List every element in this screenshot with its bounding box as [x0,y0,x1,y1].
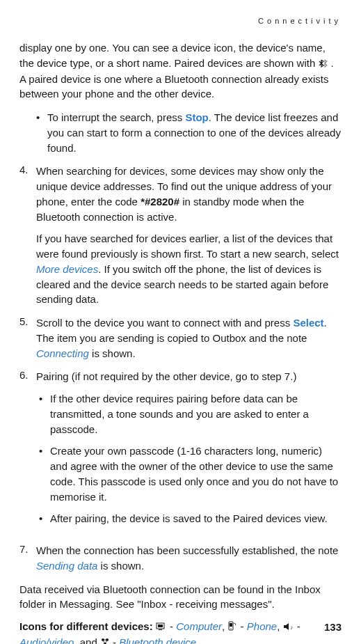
svg-rect-2 [159,629,162,630]
step-content: Scroll to the device you want to connect… [36,315,342,361]
phone-icon [227,620,237,635]
svg-point-5 [231,629,232,630]
step-content: When searching for devices, some devices… [36,164,342,307]
step6-text: Pairing (if not required by the other de… [36,369,342,384]
page-number: 133 [324,621,342,633]
bullet1-text-a: To interrupt the search, press [47,111,185,123]
select-action-label: Select [293,317,323,329]
stop-action-label: Stop [185,111,208,123]
computer-label: Computer [176,620,222,632]
connecting-label: Connecting [36,347,89,359]
step-number: 5. [19,315,36,361]
footer-paragraph-1: Data received via Bluetooth connection c… [19,582,342,613]
computer-icon [156,620,167,635]
list-item: To interrupt the search, press Stop. The… [36,110,342,155]
dash: - [237,620,246,632]
dash: - [110,636,119,644]
period: . [196,636,199,644]
step7-text-b: is shown. [97,560,144,572]
step-7: 7. When the connection has been successf… [19,543,342,574]
intro-bullet-list: To interrupt the search, press Stop. The… [19,110,342,155]
bluetooth-device-label: Bluetooth device [119,636,196,644]
step5-text-c: is shown. [89,347,136,359]
icons-legend: Icons for different devices: - Computer,… [19,619,342,644]
step-number: 7. [19,543,36,574]
step4-code: *#2820# [141,196,179,207]
dash: - [167,620,176,632]
step-number: 4. [19,164,36,307]
step4-p2-a: If you have searched for devices earlier… [36,233,339,260]
step-number: 6. [19,369,36,535]
sending-data-label: Sending data [36,560,97,572]
step-content: Pairing (if not required by the other de… [36,369,342,535]
step-5: 5. Scroll to the device you want to conn… [19,315,342,361]
intro-text-a: display one by one. You can see a device… [19,42,326,69]
dash: - [294,620,300,632]
and-text: , and [74,636,100,644]
intro-paragraph: display one by one. You can see a device… [19,40,342,102]
more-devices-label: More devices [36,263,98,275]
icons-label: Icons for different devices: [19,620,153,632]
step-content: When the connection has been successfull… [36,543,342,574]
phone-label: Phone [247,620,277,632]
bluetooth-device-icon [100,636,110,644]
svg-rect-4 [230,623,232,627]
svg-text:♪: ♪ [290,625,293,631]
page-header-title: Connectivity [19,17,342,25]
list-item: If the other device requires pairing bef… [39,391,342,437]
svg-rect-1 [158,625,163,627]
step-6: 6. Pairing (if not required by the other… [19,369,342,535]
comma: , [222,620,227,632]
step-4: 4. When searching for devices, some devi… [19,164,342,307]
step7-text-a: When the connection has been successfull… [36,544,338,556]
audio-video-icon: ♪ [283,620,294,635]
list-item: After pairing, the device is saved to th… [39,511,342,526]
list-item: Create your own passcode (1-16 character… [39,443,342,504]
comma: , [277,620,282,632]
paired-bluetooth-icon [318,56,328,72]
audio-video-label: Audio/video [19,636,74,644]
step5-text-a: Scroll to the device you want to connect… [36,317,293,329]
